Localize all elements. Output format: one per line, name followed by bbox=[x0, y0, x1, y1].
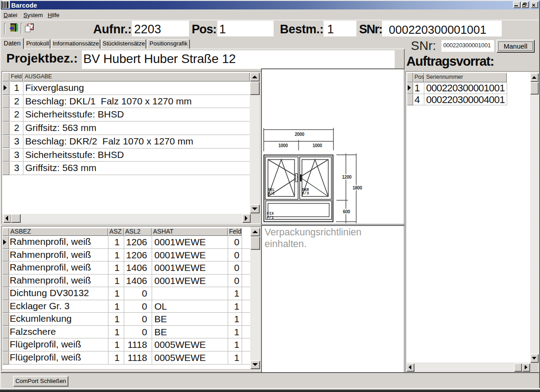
svg-text:1200: 1200 bbox=[342, 175, 352, 180]
svg-text:F/1: F/1 bbox=[267, 216, 274, 220]
svg-text:A/2: A/2 bbox=[268, 191, 274, 196]
svg-text:600: 600 bbox=[343, 209, 351, 214]
svg-text:1000: 1000 bbox=[278, 143, 288, 148]
svg-text:1000: 1000 bbox=[312, 143, 322, 148]
svg-text:1800: 1800 bbox=[352, 185, 362, 190]
svg-text:2000: 2000 bbox=[295, 132, 305, 137]
svg-text:F/3: F/3 bbox=[302, 191, 309, 196]
